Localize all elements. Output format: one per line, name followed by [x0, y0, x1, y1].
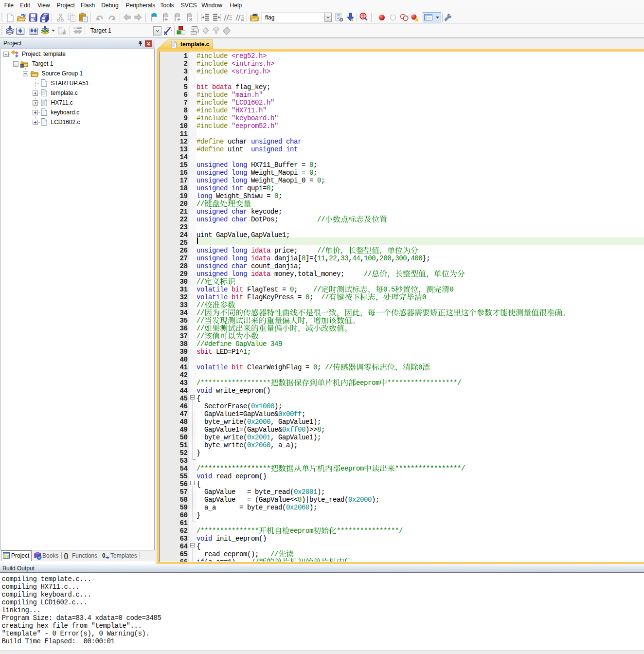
svg-text:LOAD: LOAD — [73, 26, 83, 30]
svg-text:?: ? — [38, 556, 40, 560]
svg-text:@: @ — [361, 14, 366, 19]
